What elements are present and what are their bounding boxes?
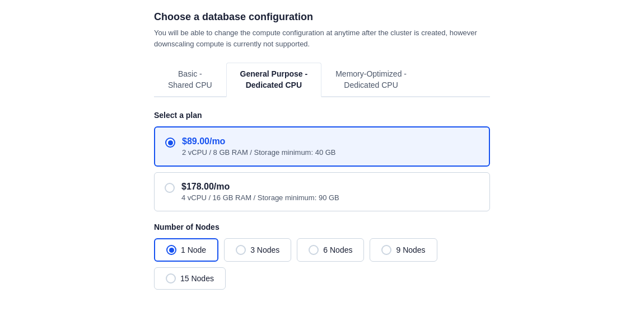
node-label-6: 6 Nodes [323, 245, 352, 254]
tab-memory[interactable]: Memory-Optimized - Dedicated CPU [321, 63, 421, 97]
tab-general[interactable]: General Purpose - Dedicated CPU [226, 63, 322, 97]
plan-price-178: $178.00/mo [181, 182, 339, 192]
tab-basic[interactable]: Basic - Shared CPU [154, 63, 226, 97]
nodes-options: 1 Node 3 Nodes 6 Nodes 9 Nodes 15 Nodes [154, 238, 490, 290]
node-option-3[interactable]: 3 Nodes [224, 238, 291, 262]
nodes-section: Number of Nodes 1 Node 3 Nodes 6 Nodes 9… [154, 223, 490, 290]
plan-details-178: 4 vCPU / 16 GB RAM / Storage minimum: 90… [181, 193, 339, 202]
cpu-tabs: Basic - Shared CPU General Purpose - Ded… [154, 63, 490, 97]
node-label-1: 1 Node [181, 245, 206, 254]
radio-node-6 [309, 245, 319, 255]
page-title: Choose a database configuration [154, 11, 490, 23]
plans-section-label: Select a plan [154, 111, 490, 120]
node-label-15: 15 Nodes [180, 274, 214, 283]
radio-node-9 [381, 245, 391, 255]
nodes-section-label: Number of Nodes [154, 223, 490, 231]
radio-node-15 [166, 273, 176, 283]
page-description: You will be able to change the compute c… [154, 27, 490, 49]
radio-plan-178 [165, 183, 175, 193]
plan-details-89: 2 vCPU / 8 GB RAM / Storage minimum: 40 … [182, 148, 336, 157]
radio-plan-89 [165, 138, 175, 148]
main-container: Choose a database configuration You will… [148, 11, 496, 290]
node-label-3: 3 Nodes [250, 245, 279, 254]
node-option-6[interactable]: 6 Nodes [297, 238, 364, 262]
node-option-9[interactable]: 9 Nodes [370, 238, 437, 262]
node-option-1[interactable]: 1 Node [154, 238, 218, 262]
node-label-9: 9 Nodes [396, 245, 425, 254]
plan-option-89[interactable]: $89.00/mo 2 vCPU / 8 GB RAM / Storage mi… [154, 126, 490, 167]
plan-price-89: $89.00/mo [182, 136, 336, 146]
plan-option-178[interactable]: $178.00/mo 4 vCPU / 16 GB RAM / Storage … [154, 172, 490, 211]
node-option-15[interactable]: 15 Nodes [154, 267, 226, 290]
radio-node-1 [166, 245, 176, 255]
radio-node-3 [236, 245, 246, 255]
